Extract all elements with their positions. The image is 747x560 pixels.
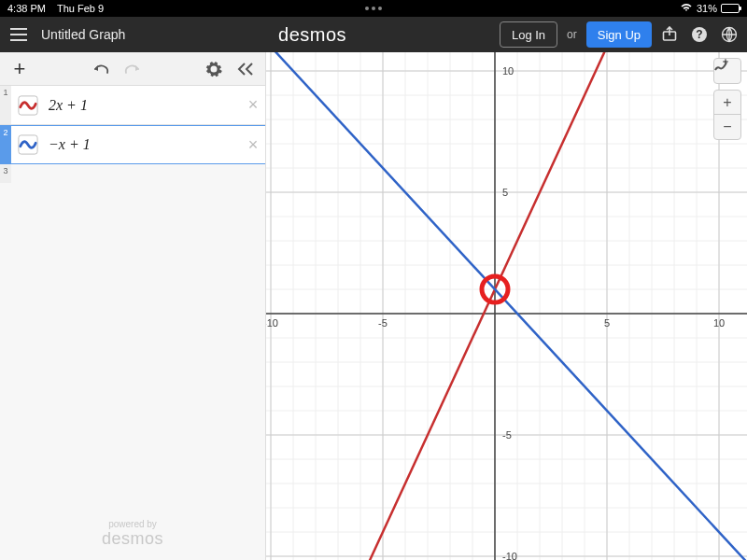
zoom-group: + −	[713, 90, 741, 140]
expression-index: 1	[0, 86, 11, 124]
main-area: + 1 2x + 1 × 2	[0, 52, 747, 560]
plot-svg: -10-5510-10-5510	[266, 52, 747, 560]
language-icon[interactable]	[717, 22, 741, 47]
brand-logo: desmos	[131, 24, 494, 46]
collapse-panel-button[interactable]	[232, 56, 260, 82]
expression-color-swatch[interactable]	[15, 92, 41, 119]
ios-status-bar: 4:38 PM Thu Feb 9 31%	[0, 0, 747, 17]
status-left: 4:38 PM Thu Feb 9	[7, 3, 104, 14]
expression-row-empty[interactable]: 3	[0, 164, 265, 183]
battery-icon	[721, 4, 740, 13]
svg-text:-5: -5	[378, 317, 388, 329]
delete-expression-button[interactable]: ×	[241, 95, 265, 115]
login-button[interactable]: Log In	[500, 21, 557, 48]
help-icon[interactable]: ?	[687, 22, 712, 47]
undo-button[interactable]	[87, 56, 115, 82]
or-text: or	[567, 28, 577, 41]
svg-text:5: 5	[502, 187, 508, 198]
delete-expression-button[interactable]: ×	[241, 135, 265, 155]
svg-text:?: ?	[696, 28, 702, 41]
svg-text:-10: -10	[266, 317, 278, 329]
zoom-out-button[interactable]: −	[714, 115, 740, 139]
expression-toolbar: +	[0, 52, 265, 86]
graph-canvas[interactable]: -10-5510-10-5510 + −	[266, 52, 747, 560]
svg-text:10: 10	[502, 65, 514, 77]
menu-button[interactable]	[6, 21, 32, 48]
multitask-dots	[365, 7, 382, 10]
status-date: Thu Feb 9	[57, 3, 104, 14]
settings-icon[interactable]	[200, 56, 228, 82]
wifi-icon	[680, 3, 693, 14]
graph-tools: + −	[713, 58, 741, 140]
battery-percent: 31%	[697, 3, 717, 14]
status-time: 4:38 PM	[7, 3, 46, 14]
expression-color-swatch[interactable]	[15, 132, 41, 158]
expression-index: 3	[0, 164, 11, 183]
add-expression-button[interactable]: +	[6, 56, 34, 82]
zoom-in-button[interactable]: +	[714, 91, 740, 115]
expression-panel: + 1 2x + 1 × 2	[0, 52, 266, 560]
svg-text:-5: -5	[502, 429, 512, 441]
expression-row[interactable]: 1 2x + 1 ×	[0, 86, 265, 125]
svg-text:10: 10	[713, 317, 725, 329]
svg-text:-10: -10	[502, 551, 517, 560]
signup-button[interactable]: Sign Up	[586, 21, 652, 48]
redo-button[interactable]	[119, 56, 147, 82]
svg-text:5: 5	[604, 317, 610, 329]
expression-formula[interactable]: −x + 1	[45, 129, 241, 161]
graph-title[interactable]: Untitled Graph	[41, 27, 125, 42]
app-header: Untitled Graph desmos Log In or Sign Up …	[0, 17, 747, 52]
status-right: 31%	[680, 3, 740, 14]
expression-formula[interactable]: 2x + 1	[45, 90, 241, 121]
graph-settings-button[interactable]	[713, 58, 741, 84]
powered-by-footer: powered by desmos	[0, 519, 265, 549]
share-icon[interactable]	[657, 22, 682, 47]
expression-index: 2	[0, 126, 11, 163]
expression-row[interactable]: 2 −x + 1 ×	[0, 125, 265, 164]
